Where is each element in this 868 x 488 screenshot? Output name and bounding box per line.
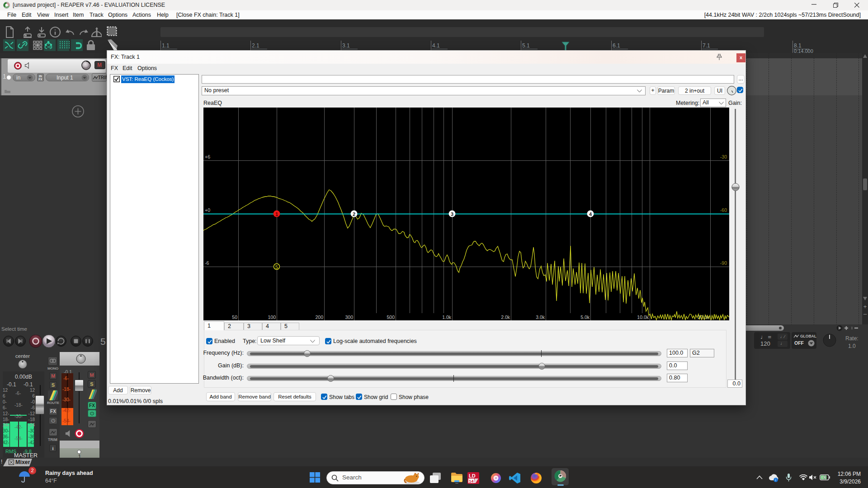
svg-text:-60: -60 bbox=[720, 207, 727, 213]
svg-text:5.0k: 5.0k bbox=[580, 314, 590, 320]
svg-text:14: 14 bbox=[469, 479, 474, 483]
svg-text:2.0k: 2.0k bbox=[501, 314, 510, 320]
svg-text:10.0k: 10.0k bbox=[637, 314, 649, 320]
svg-text:500: 500 bbox=[387, 314, 395, 320]
svg-text:300: 300 bbox=[345, 314, 353, 320]
svg-text:1: 1 bbox=[275, 211, 278, 217]
svg-text:3: 3 bbox=[451, 211, 453, 217]
svg-text:+6: +6 bbox=[205, 154, 210, 160]
svg-text:3.0k: 3.0k bbox=[536, 314, 545, 320]
svg-text:-90: -90 bbox=[720, 260, 727, 266]
svg-text:LD: LD bbox=[469, 473, 476, 479]
svg-text:+0: +0 bbox=[205, 207, 210, 213]
svg-text:200: 200 bbox=[315, 314, 323, 320]
svg-text:5: 5 bbox=[275, 264, 278, 270]
svg-text:1.0k: 1.0k bbox=[442, 314, 452, 320]
svg-text:4: 4 bbox=[589, 211, 592, 217]
svg-text:-30: -30 bbox=[720, 154, 727, 160]
svg-text:-6: -6 bbox=[205, 260, 209, 266]
svg-text:100: 100 bbox=[268, 314, 276, 320]
svg-text:i: i bbox=[775, 478, 776, 482]
svg-text:50: 50 bbox=[232, 314, 237, 320]
svg-text:2: 2 bbox=[353, 211, 355, 217]
svg-text:5: 5 bbox=[100, 336, 106, 347]
